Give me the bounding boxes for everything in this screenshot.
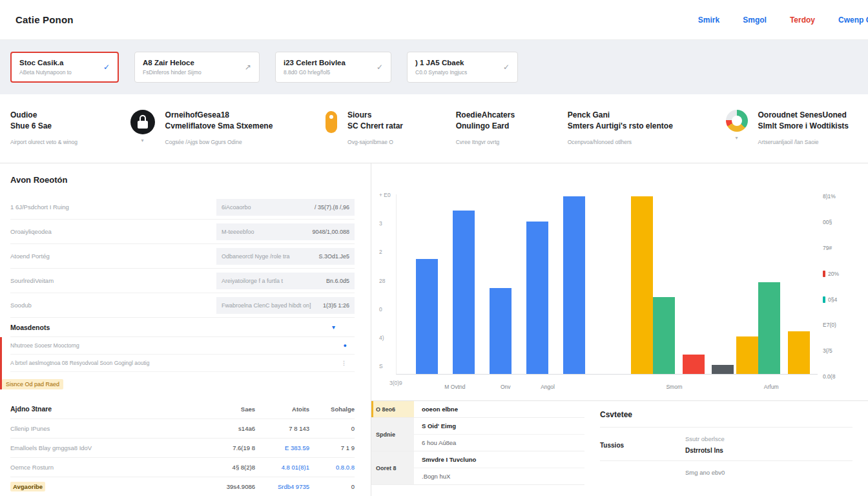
stat-card-title: Stoc Casik.a — [19, 59, 72, 67]
feature-item-0[interactable]: OudioeShue 6 Sae Airport olurect veto & … — [10, 110, 78, 163]
chart-bar-2[interactable] — [490, 288, 512, 375]
feature-item-3[interactable]: RoedieAhcatersOnulingo Eard Cvree Itngvr… — [456, 110, 515, 163]
report-value-amount: 9048/1,00.088 — [312, 229, 349, 235]
arrow-icon: ↗ — [245, 63, 251, 72]
chart-bar-11[interactable] — [788, 331, 810, 375]
report-link-0[interactable]: Nhutroee Sooesr Mooctorng ● — [10, 337, 355, 355]
status-badge[interactable]: Sisnce Od pad Raed — [2, 379, 63, 389]
report-row-2[interactable]: Atoend Portég Odbaneorctl Nyge /role tra… — [10, 244, 355, 269]
nav-link-1[interactable]: Smgol — [743, 16, 767, 25]
stat-card-subtitle: FsDinferos hinder Sijmo — [143, 69, 202, 76]
schedule-item[interactable]: 6 hou Aú8ea — [414, 434, 584, 451]
feature-item-1[interactable]: ▾ OrneihofGesea18Cvmeliflatove Sma Stxem… — [130, 110, 273, 163]
report-panel: Avon Roeotón 1 6J/Psdchort I Ruing 6iAco… — [0, 163, 371, 397]
feature-title: RoedieAhcatersOnulingo Eard — [456, 110, 515, 132]
chart-bar-10[interactable] — [758, 282, 780, 374]
chart-bar-6[interactable] — [653, 297, 675, 375]
table-cell: 0 — [309, 425, 355, 432]
feature-title: OrneihofGesea18Cvmeliflatove Sma Stxemen… — [165, 110, 273, 132]
schedule-item[interactable]: .Bogn huX — [414, 468, 584, 484]
y-axis-left: + E0322804)S — [379, 192, 391, 369]
feature-subtitle: Airport olurect veto & winog — [10, 139, 78, 145]
schedule-group-2: Ooret 8 Smvdre I Tuvcluno.Bogn huX — [371, 451, 584, 485]
schedule-group-label[interactable]: Spdnie — [371, 418, 414, 451]
report-value-amount: 1(3)5 1:26 — [323, 302, 349, 309]
feature-subtitle: Ovg-sajonlbmae O — [347, 139, 403, 145]
y-right-label: 0§4 — [823, 296, 863, 303]
col-header-2: Sohalge — [309, 406, 355, 413]
x-axis: M OvtndOnvAngolSmornArfum — [396, 384, 818, 391]
pie-chart-icon — [726, 110, 748, 132]
feature-item-5[interactable]: ▾ Ooroudnet SenesUonedSlmlt Smore i Wodt… — [726, 110, 849, 163]
schedule-group-label[interactable]: Ooret 8 — [371, 451, 414, 484]
expander-label: Moasdenots — [10, 324, 50, 331]
table-row-2[interactable]: Oernce Rosturn4§ 8(2)84.8 01(8)10.8.0.8 — [10, 457, 355, 477]
table-cell: Srdb4 9735 — [255, 483, 309, 490]
feature-subtitle: Cogsée /Ajgs bow Ggurs Odine — [165, 139, 273, 145]
report-row-value: M-teeeebfoo 9048/1,00.088 — [216, 223, 355, 240]
report-row-label: Soodub — [10, 302, 216, 309]
y-tick-label: 0 — [379, 306, 391, 313]
stat-card-1[interactable]: A8 Zair Heloce FsDinferos hinder Sijmo ↗ — [134, 52, 260, 83]
bottom-row: O 8eo6 ooeon elbneSpdnie S Oid' Eimg6 ho… — [371, 400, 868, 496]
chart-bar-8[interactable] — [712, 365, 734, 374]
report-value-name: M-teeeebfoo — [222, 229, 254, 235]
top-header: Catie Ponon SmirkSmgolTerdoyCwenp Cuo — [0, 0, 868, 40]
stat-cards: Stoc Casik.a ABeta Nutynapoon to ✓ A8 Za… — [0, 40, 868, 94]
chart-bar-4[interactable] — [563, 196, 585, 374]
stat-card-2[interactable]: i23 Celert Boivlea 8.8d0 G0 hrleg/fol5 ✓ — [275, 52, 391, 83]
main-content: Avon Roeotón 1 6J/Psdchort I Ruing 6iAco… — [0, 163, 868, 496]
x-tick-label: Arfum — [764, 384, 779, 390]
feature-item-4[interactable]: Penck GaniSmters Aurtigi's rsto elentoe … — [568, 110, 673, 163]
report-row-3[interactable]: SourlrediVeitam Areiyatoilorge f a furtl… — [10, 269, 355, 293]
stat-card-3[interactable]: ) 1 JA5 Cbaek C0.0 Synatyo Ingjucs ✓ — [407, 52, 518, 83]
nav-link-3[interactable]: Cwenp Cuo — [838, 16, 868, 25]
report-link-1[interactable]: A brtxrl aeslmogtnoa 08 Resyodvoal Soon … — [10, 355, 355, 372]
table-row-label: Emalloels Blay gmggsa8 IdoV — [10, 444, 209, 451]
table-row-1[interactable]: Emalloels Blay gmggsa8 IdoV7.6(19 8E 383… — [10, 438, 355, 457]
left-column: Avon Roeotón 1 6J/Psdchort I Ruing 6iAco… — [0, 163, 371, 496]
schedule-item[interactable]: Smvdre I Tuvcluno — [414, 451, 584, 468]
table-row-3[interactable]: Avgaoribe39s4.9086Srdb4 97350 — [10, 477, 355, 496]
chart-bar-0[interactable] — [416, 259, 438, 374]
nav-link-0[interactable]: Smirk — [698, 16, 719, 25]
stat-card-0[interactable]: Stoc Casik.a ABeta Nutynapoon to ✓ — [10, 52, 119, 83]
overview-row-label: Tussios — [600, 435, 685, 454]
y-right-label: 3(/5 — [823, 347, 863, 354]
report-row-0[interactable]: 1 6J/Psdchort I Ruing 6iAcoaorbo / 35(7)… — [10, 195, 355, 220]
chevron-down-icon: ▾ — [736, 135, 738, 141]
feature-subtitle: Ocenpvoa/hlonoed otlhers — [568, 139, 673, 145]
nav-link-2[interactable]: Terdoy — [790, 16, 815, 25]
schedule-item[interactable]: S Oid' Eimg — [414, 418, 584, 434]
tick-marker — [823, 296, 825, 303]
report-row-value: Areiyatoilorge f a furtla t Bn.6.0d5 — [216, 273, 355, 289]
y-tick-label: 2 — [379, 249, 391, 255]
report-rows: 1 6J/Psdchort I Ruing 6iAcoaorbo / 35(7)… — [10, 195, 355, 318]
tick-marker — [823, 271, 825, 277]
chart-bar-7[interactable] — [683, 355, 705, 375]
stat-card-title: i23 Celert Boivlea — [284, 59, 346, 67]
report-expander[interactable]: Moasdenots ▾ — [10, 318, 355, 337]
report-row-1[interactable]: Oroaiyliqeodea M-teeeebfoo 9048/1,00.088 — [10, 220, 355, 244]
report-row-value: Odbaneorctl Nyge /role tra S.3Od1.Je5 — [216, 248, 355, 265]
chart-bar-9[interactable] — [736, 336, 758, 374]
report-row-4[interactable]: Soodub Fwabroelna ClenC bayed hibdt on] … — [10, 293, 355, 318]
feature-item-2[interactable]: SioursSC Chrert ratar Ovg-sajonlbmae O — [326, 110, 403, 163]
table-cell: s14a6 — [209, 425, 255, 432]
check-icon: ✓ — [103, 63, 110, 72]
stats-table: Ajdno 3tnare Saes Atoits Sohalge Cllenip… — [0, 397, 371, 496]
schedule-group-label[interactable]: O 8eo6 — [371, 401, 414, 417]
report-links: Nhutroee Sooesr Mooctorng ●A brtxrl aesl… — [0, 337, 355, 372]
feature-text: SioursSC Chrert ratar Ovg-sajonlbmae O — [347, 110, 403, 145]
table-row-0[interactable]: Cllenip IPuness14a67 8 1430 — [10, 418, 355, 438]
y-tick-label: 3 — [379, 220, 391, 227]
schedule-item[interactable]: ooeon elbne — [414, 401, 584, 417]
stats-table-title: Ajdno 3tnare — [10, 405, 209, 413]
chart-bar-1[interactable] — [453, 211, 475, 374]
chart-bar-3[interactable] — [526, 222, 548, 375]
chart-bar-5[interactable] — [631, 196, 653, 374]
feature-title: Ooroudnet SenesUonedSlmlt Smore i Wodtik… — [758, 110, 849, 132]
x-tick-label: Angol — [541, 384, 555, 390]
table-cell: 0.8.0.8 — [309, 464, 355, 471]
schedule-group-0: O 8eo6 ooeon elbne — [371, 401, 584, 418]
